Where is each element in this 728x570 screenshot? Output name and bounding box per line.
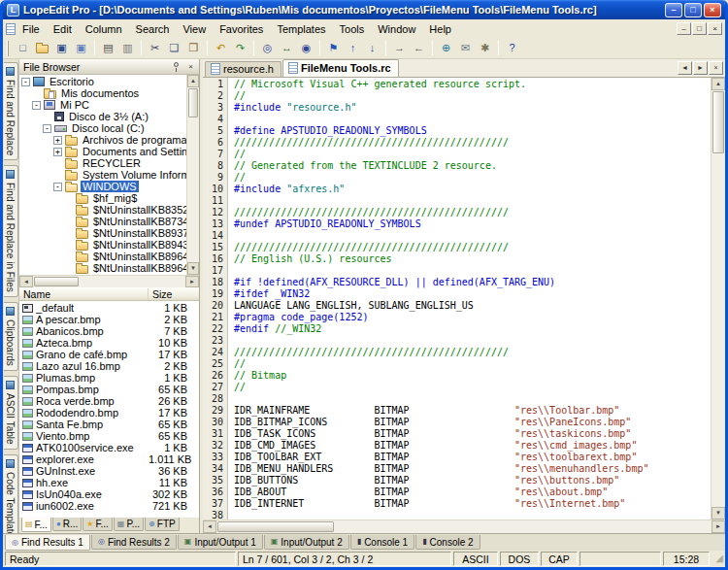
output-tab-input-output-2[interactable]: ▣Input/Output 2 xyxy=(264,535,349,550)
tree-item-ntuninstallkb835221w[interactable]: -$NtUninstallKB835221W$ xyxy=(19,204,186,216)
tree-item-disco-de-3-a[interactable]: -Disco de 3½ (A:) xyxy=(19,111,186,122)
find-in-files-button[interactable]: ◉ xyxy=(297,40,315,57)
menu-search[interactable]: Search xyxy=(129,21,177,37)
side-tab-clipboards[interactable]: Clipboards xyxy=(4,302,18,371)
scroll-right-arrow[interactable]: ► xyxy=(185,276,199,287)
menu-window[interactable]: Window xyxy=(371,21,422,37)
next-bookmark-button[interactable]: ↓ xyxy=(363,40,381,57)
file-row-atk0100service-exe[interactable]: ATK0100service.exe1 KB xyxy=(19,442,199,453)
paste-button[interactable]: ❒ xyxy=(184,40,203,57)
indent-button[interactable]: → xyxy=(390,40,409,57)
collapse-icon[interactable]: - xyxy=(53,183,62,191)
file-row-grano-de-caf-bmp[interactable]: Grano de café.bmp17 KB xyxy=(19,349,199,360)
menu-tools[interactable]: Tools xyxy=(333,21,372,37)
file-row-azteca-bmp[interactable]: Azteca.bmp10 KB xyxy=(19,337,199,349)
menu-favorites[interactable]: Favorites xyxy=(213,21,270,37)
file-row-iun6002-exe[interactable]: iun6002.exe721 KB xyxy=(19,500,199,512)
output-tab-find-results-2[interactable]: ◎Find Results 2 xyxy=(91,535,177,550)
file-row-roca-verde-bmp[interactable]: Roca verde.bmp26 KB xyxy=(19,395,199,407)
output-tab-find-results-1[interactable]: ◎Find Results 1 xyxy=(5,535,90,551)
collapse-icon[interactable]: - xyxy=(21,78,30,86)
resize-grip[interactable]: ◢ xyxy=(711,552,723,566)
tree-item-ntuninstallkb896423[interactable]: -$NtUninstallKB896423$ xyxy=(19,251,186,262)
column-header-size[interactable]: Size xyxy=(149,288,199,300)
tree-item-hf-mig[interactable]: -$hf_mig$ xyxy=(19,192,186,204)
copy-button[interactable]: ❏ xyxy=(165,40,183,57)
scrollbar-thumb[interactable] xyxy=(34,277,79,286)
file-row-default[interactable]: _default1 KB xyxy=(19,302,199,314)
tree-vertical-scrollbar[interactable]: ▲ ▼ xyxy=(186,75,199,275)
tree-item-ntuninstallkb894391[interactable]: -$NtUninstallKB894391$ xyxy=(19,239,186,251)
side-tab-ascii-table[interactable]: ASCII Table xyxy=(4,376,18,450)
close-button[interactable]: × xyxy=(704,3,721,17)
favorites-tab[interactable]: ★F... xyxy=(83,518,113,531)
tree-item-mi-pc[interactable]: -Mi PC xyxy=(19,99,186,111)
side-tab-find-and-replace[interactable]: Find and Replace xyxy=(4,62,18,160)
scroll-up-arrow[interactable]: ▲ xyxy=(187,75,199,87)
previous-bookmark-button[interactable]: ↑ xyxy=(344,40,362,57)
print-preview-button[interactable]: ▥ xyxy=(118,40,137,57)
menu-view[interactable]: View xyxy=(176,21,213,37)
side-tab-find-and-replace-in-files[interactable]: Find and Replace in Files xyxy=(4,165,18,297)
tree-horizontal-scrollbar[interactable]: ◄ ► xyxy=(19,275,199,287)
file-row-viento-bmp[interactable]: Viento.bmp65 KB xyxy=(19,430,199,442)
undo-button[interactable]: ↶ xyxy=(212,40,230,57)
scrollbar-track[interactable] xyxy=(711,90,725,507)
scrollbar-thumb[interactable] xyxy=(712,91,724,153)
file-row-rododendro-bmp[interactable]: Rododendro.bmp17 KB xyxy=(19,407,199,419)
column-header-name[interactable]: Name xyxy=(19,288,149,300)
save-file-button[interactable]: ▣ xyxy=(52,40,71,57)
file-row-a-pescar-bmp[interactable]: A pescar.bmp2 KB xyxy=(19,314,199,325)
toggle-bookmark-button[interactable]: ⚑ xyxy=(324,40,343,57)
scroll-up-arrow[interactable]: ▲ xyxy=(711,78,725,90)
scrollbar-thumb[interactable] xyxy=(217,521,334,532)
editor-horizontal-scrollbar[interactable]: ◄ ► xyxy=(203,520,725,533)
tree-item-recycler[interactable]: -RECYCLER xyxy=(19,157,186,169)
file-row-plumas-bmp[interactable]: Plumas.bmp1 KB xyxy=(19,372,199,384)
ftp-tab[interactable]: ⊕FTP xyxy=(145,518,180,531)
file-row-isun040a-exe[interactable]: IsUn040a.exe302 KB xyxy=(19,488,199,500)
help-button[interactable]: ? xyxy=(503,40,521,57)
save-all-button[interactable]: ▣ xyxy=(72,40,90,57)
file-row-explorer-exe[interactable]: explorer.exe1.011 KB xyxy=(19,453,199,465)
file-row-hh-exe[interactable]: hh.exe11 KB xyxy=(19,477,199,488)
tree-item-windows[interactable]: -WINDOWS xyxy=(19,181,186,192)
maximize-button[interactable]: □ xyxy=(684,3,702,17)
file-row-lazo-azul-16-bmp[interactable]: Lazo azul 16.bmp2 KB xyxy=(19,360,199,372)
editor-tab-resource-h[interactable]: resource.h xyxy=(205,61,281,77)
tab-close-button[interactable]: × xyxy=(709,61,723,75)
print-button[interactable]: ▤ xyxy=(99,40,117,57)
file-row-santa-fe-bmp[interactable]: Santa Fe.bmp65 KB xyxy=(19,419,199,430)
scrollbar-track[interactable] xyxy=(187,87,199,262)
mdi-close-button[interactable]: × xyxy=(708,22,722,35)
mdi-minimize-button[interactable]: – xyxy=(677,22,691,35)
tab-scroll-left-button[interactable]: ◄ xyxy=(678,61,692,75)
scroll-down-arrow[interactable]: ▼ xyxy=(711,507,725,520)
tree-item-archivos-de-programa[interactable]: +Archivos de programa xyxy=(19,134,186,146)
web-browser-button[interactable]: ⊕ xyxy=(437,40,455,57)
code-lines[interactable]: // Microsoft Visual C++ generated resour… xyxy=(228,78,711,520)
editor-tab-filemenu-tools-rc[interactable]: FileMenu Tools.rc xyxy=(282,59,399,77)
output-tab-console-1[interactable]: ▮Console 1 xyxy=(350,535,414,550)
tree-item-disco-local-c[interactable]: -Disco local (C:) xyxy=(19,122,186,134)
replace-button[interactable]: ↔ xyxy=(278,40,296,57)
tree-item-documents-and-settings[interactable]: +Documents and Settings xyxy=(19,146,186,157)
find-button[interactable]: ◎ xyxy=(258,40,277,57)
outdent-button[interactable]: ← xyxy=(410,40,428,57)
output-tab-input-output-1[interactable]: ▣Input/Output 1 xyxy=(178,535,263,550)
menu-templates[interactable]: Templates xyxy=(270,21,332,37)
scroll-left-arrow[interactable]: ◄ xyxy=(19,276,33,287)
scrollbar-track[interactable] xyxy=(33,276,185,287)
minimize-button[interactable]: – xyxy=(665,3,682,17)
mdi-restore-button[interactable]: □ xyxy=(692,22,707,35)
tab-scroll-right-button[interactable]: ► xyxy=(693,61,708,75)
send-mail-button[interactable]: ✉ xyxy=(456,40,475,57)
open-file-button[interactable] xyxy=(33,40,51,57)
cut-button[interactable]: ✂ xyxy=(146,40,164,57)
scroll-down-arrow[interactable]: ▼ xyxy=(187,262,199,275)
expand-icon[interactable]: + xyxy=(53,136,62,145)
collapse-icon[interactable]: - xyxy=(43,124,51,133)
pin-icon[interactable] xyxy=(170,61,182,73)
menu-file[interactable]: File xyxy=(16,21,47,37)
file-row-guninst-exe[interactable]: GUnInst.exe36 KB xyxy=(19,465,199,477)
